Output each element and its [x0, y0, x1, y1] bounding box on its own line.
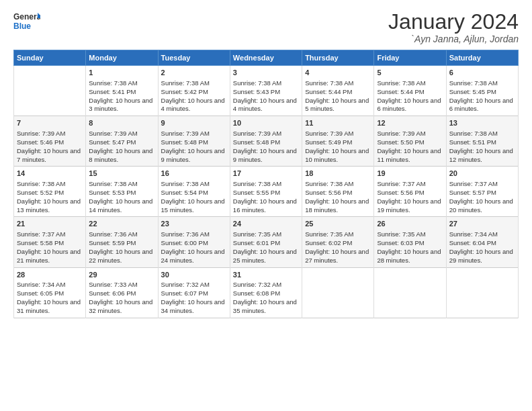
- location: `Ayn Janna, Ajlun, Jordan: [388, 34, 519, 44]
- cell-w2-d3: 9Sunrise: 7:39 AMSunset: 5:48 PMDaylight…: [158, 116, 230, 167]
- sunset-text: Sunset: 5:41 PM: [89, 88, 154, 97]
- daylight-text: Daylight: 10 hours and 21 minutes.: [17, 248, 83, 265]
- day-number: 1: [89, 68, 154, 78]
- sunrise-text: Sunrise: 7:38 AM: [161, 180, 227, 189]
- svg-text:Blue: Blue: [13, 21, 31, 31]
- day-number: 23: [161, 219, 227, 229]
- sunrise-text: Sunrise: 7:35 AM: [305, 230, 371, 239]
- daylight-text: Daylight: 10 hours and 14 minutes.: [89, 197, 154, 215]
- sunrise-text: Sunrise: 7:38 AM: [17, 180, 83, 189]
- day-number: 17: [233, 169, 299, 179]
- title-block: January 2024 `Ayn Janna, Ajlun, Jordan: [388, 10, 519, 44]
- daylight-text: Daylight: 10 hours and 24 minutes.: [161, 248, 227, 265]
- daylight-text: Daylight: 10 hours and 4 minutes.: [233, 97, 299, 114]
- cell-w2-d5: 11Sunrise: 7:39 AMSunset: 5:49 PMDayligh…: [302, 116, 374, 167]
- sunset-text: Sunset: 6:04 PM: [449, 239, 515, 248]
- sunset-text: Sunset: 5:42 PM: [161, 88, 227, 97]
- cell-w2-d7: 13Sunrise: 7:38 AMSunset: 5:51 PMDayligh…: [446, 116, 518, 167]
- sunrise-text: Sunrise: 7:35 AM: [377, 230, 443, 239]
- cell-w3-d4: 17Sunrise: 7:38 AMSunset: 5:55 PMDayligh…: [230, 167, 302, 217]
- cell-w5-d3: 30Sunrise: 7:32 AMSunset: 6:07 PMDayligh…: [158, 267, 230, 318]
- sunrise-text: Sunrise: 7:36 AM: [161, 230, 227, 239]
- daylight-text: Daylight: 10 hours and 27 minutes.: [305, 248, 371, 265]
- sunset-text: Sunset: 5:44 PM: [305, 88, 371, 97]
- day-number: 28: [17, 270, 83, 280]
- sunset-text: Sunset: 5:49 PM: [305, 138, 371, 147]
- header-wednesday: Wednesday: [230, 50, 302, 66]
- day-number: 30: [161, 270, 227, 280]
- header-saturday: Saturday: [446, 50, 518, 66]
- cell-w5-d2: 29Sunrise: 7:33 AMSunset: 6:06 PMDayligh…: [86, 267, 158, 318]
- day-number: 24: [233, 219, 299, 229]
- daylight-text: Daylight: 10 hours and 4 minutes.: [161, 97, 227, 114]
- sunset-text: Sunset: 5:47 PM: [89, 138, 154, 147]
- day-number: 3: [233, 68, 299, 78]
- day-number: 31: [233, 270, 299, 280]
- sunrise-text: Sunrise: 7:37 AM: [449, 180, 515, 189]
- cell-w5-d4: 31Sunrise: 7:32 AMSunset: 6:08 PMDayligh…: [230, 267, 302, 318]
- daylight-text: Daylight: 10 hours and 32 minutes.: [89, 298, 154, 316]
- page-header: General Blue January 2024 `Ayn Janna, Aj…: [13, 10, 519, 44]
- cell-w1-d2: 1Sunrise: 7:38 AMSunset: 5:41 PMDaylight…: [86, 66, 158, 116]
- calendar-table: Sunday Monday Tuesday Wednesday Thursday…: [13, 50, 519, 318]
- cell-w3-d7: 20Sunrise: 7:37 AMSunset: 5:57 PMDayligh…: [446, 167, 518, 217]
- day-number: 12: [377, 118, 443, 128]
- sunrise-text: Sunrise: 7:39 AM: [17, 130, 83, 138]
- daylight-text: Daylight: 10 hours and 6 minutes.: [449, 97, 515, 114]
- day-number: 5: [377, 68, 443, 78]
- daylight-text: Daylight: 10 hours and 10 minutes.: [305, 147, 371, 165]
- sunset-text: Sunset: 6:06 PM: [89, 289, 154, 298]
- header-sunday: Sunday: [14, 50, 86, 66]
- sunset-text: Sunset: 5:58 PM: [17, 239, 83, 248]
- daylight-text: Daylight: 10 hours and 13 minutes.: [17, 197, 83, 215]
- daylight-text: Daylight: 10 hours and 7 minutes.: [17, 147, 83, 165]
- sunrise-text: Sunrise: 7:33 AM: [89, 281, 154, 289]
- week-row-5: 28Sunrise: 7:34 AMSunset: 6:05 PMDayligh…: [14, 267, 519, 318]
- daylight-text: Daylight: 10 hours and 8 minutes.: [89, 147, 154, 165]
- daylight-text: Daylight: 10 hours and 5 minutes.: [305, 97, 371, 114]
- daylight-text: Daylight: 10 hours and 12 minutes.: [449, 147, 515, 165]
- sunrise-text: Sunrise: 7:35 AM: [233, 230, 299, 239]
- sunset-text: Sunset: 5:56 PM: [377, 189, 443, 197]
- day-number: 7: [17, 118, 83, 128]
- cell-w4-d3: 23Sunrise: 7:36 AMSunset: 6:00 PMDayligh…: [158, 217, 230, 267]
- sunrise-text: Sunrise: 7:32 AM: [161, 281, 227, 289]
- daylight-text: Daylight: 10 hours and 20 minutes.: [449, 197, 515, 215]
- sunrise-text: Sunrise: 7:38 AM: [89, 180, 154, 189]
- day-number: 10: [233, 118, 299, 128]
- sunrise-text: Sunrise: 7:39 AM: [233, 130, 299, 138]
- sunset-text: Sunset: 5:48 PM: [233, 138, 299, 147]
- day-number: 25: [305, 219, 371, 229]
- day-number: 8: [89, 118, 154, 128]
- day-number: 19: [377, 169, 443, 179]
- sunset-text: Sunset: 5:57 PM: [449, 189, 515, 197]
- cell-w1-d7: 6Sunrise: 7:38 AMSunset: 5:45 PMDaylight…: [446, 66, 518, 116]
- cell-w2-d1: 7Sunrise: 7:39 AMSunset: 5:46 PMDaylight…: [14, 116, 86, 167]
- sunrise-text: Sunrise: 7:38 AM: [305, 79, 371, 88]
- daylight-text: Daylight: 10 hours and 15 minutes.: [161, 197, 227, 215]
- header-row: Sunday Monday Tuesday Wednesday Thursday…: [14, 50, 519, 66]
- day-number: 14: [17, 169, 83, 179]
- sunset-text: Sunset: 6:08 PM: [233, 289, 299, 298]
- sunrise-text: Sunrise: 7:34 AM: [17, 281, 83, 289]
- day-number: 16: [161, 169, 227, 179]
- daylight-text: Daylight: 10 hours and 9 minutes.: [233, 147, 299, 165]
- cell-w1-d3: 2Sunrise: 7:38 AMSunset: 5:42 PMDaylight…: [158, 66, 230, 116]
- cell-w3-d1: 14Sunrise: 7:38 AMSunset: 5:52 PMDayligh…: [14, 167, 86, 217]
- daylight-text: Daylight: 10 hours and 11 minutes.: [377, 147, 443, 165]
- day-number: 11: [305, 118, 371, 128]
- daylight-text: Daylight: 10 hours and 16 minutes.: [233, 197, 299, 215]
- cell-w3-d3: 16Sunrise: 7:38 AMSunset: 5:54 PMDayligh…: [158, 167, 230, 217]
- sunrise-text: Sunrise: 7:38 AM: [305, 180, 371, 189]
- sunset-text: Sunset: 5:46 PM: [17, 138, 83, 147]
- sunrise-text: Sunrise: 7:39 AM: [377, 130, 443, 138]
- cell-w1-d4: 3Sunrise: 7:38 AMSunset: 5:43 PMDaylight…: [230, 66, 302, 116]
- cell-w5-d7: [446, 267, 518, 318]
- sunset-text: Sunset: 5:59 PM: [89, 239, 154, 248]
- sunrise-text: Sunrise: 7:34 AM: [449, 230, 515, 239]
- sunrise-text: Sunrise: 7:38 AM: [449, 79, 515, 88]
- sunset-text: Sunset: 6:01 PM: [233, 239, 299, 248]
- sunrise-text: Sunrise: 7:37 AM: [377, 180, 443, 189]
- day-number: 2: [161, 68, 227, 78]
- cell-w3-d5: 18Sunrise: 7:38 AMSunset: 5:56 PMDayligh…: [302, 167, 374, 217]
